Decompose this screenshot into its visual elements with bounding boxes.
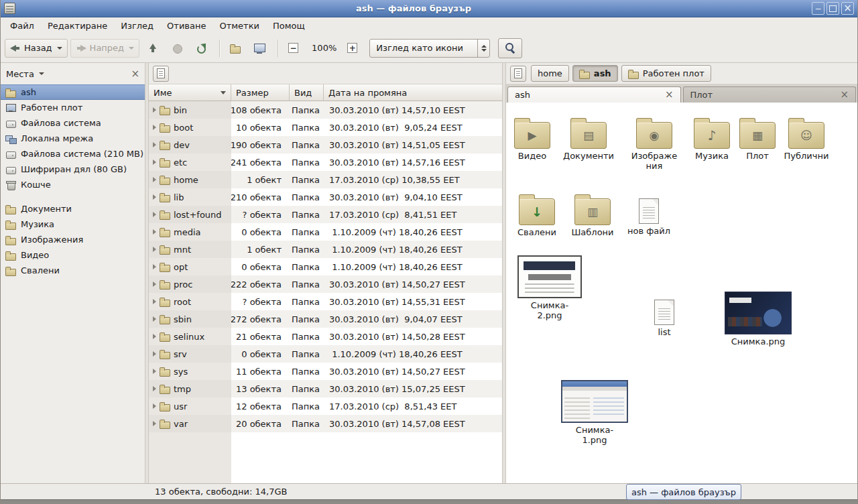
back-button[interactable]: Назад: [5, 39, 68, 58]
tab-close-icon[interactable]: [665, 90, 674, 100]
menu-item[interactable]: Отиване: [160, 19, 212, 33]
sidebar-selector-caret-icon[interactable]: [39, 72, 44, 75]
icon-item[interactable]: Шаблони: [567, 194, 618, 238]
menu-item[interactable]: Помощ: [266, 19, 312, 33]
maximize-icon[interactable]: [826, 2, 839, 15]
icon-item[interactable]: Снимка-2.png: [516, 255, 583, 321]
icon-item[interactable]: Изображения: [629, 117, 680, 172]
expander-icon[interactable]: [153, 281, 156, 287]
sidebar-item[interactable]: Видео: [1, 247, 145, 263]
tab-close-icon[interactable]: [840, 90, 849, 100]
table-row[interactable]: etc 241 обекта Папка 30.03.2010 (вт) 14,…: [149, 153, 502, 171]
table-row[interactable]: var 20 обекта Папка 30.03.2010 (вт) 14,5…: [149, 415, 502, 432]
expander-icon[interactable]: [153, 229, 156, 235]
sidebar-item[interactable]: Кошче: [1, 177, 145, 192]
zoom-in-button[interactable]: [342, 39, 363, 57]
sidebar-item[interactable]: Локална мрежа: [1, 131, 145, 146]
icon-item[interactable]: Снимка.png: [723, 292, 793, 347]
table-row[interactable]: sbin 272 обекта Папка 30.03.2010 (вт) 9,…: [149, 310, 502, 328]
combobox-arrows-icon[interactable]: [477, 40, 489, 57]
table-row[interactable]: opt 0 обекта Папка 1.10.2009 (чт) 18,40,…: [149, 258, 502, 275]
menu-item[interactable]: Файл: [3, 19, 41, 33]
icon-view[interactable]: Видео Документи: [506, 103, 857, 483]
table-row[interactable]: dev 190 обекта Папка 30.03.2010 (вт) 14,…: [149, 136, 502, 153]
search-button[interactable]: [498, 38, 522, 58]
sidebar-close-icon[interactable]: [131, 69, 139, 79]
expander-icon[interactable]: [153, 247, 156, 252]
taskbar-window-button[interactable]: ash — файлов браузър: [626, 484, 741, 500]
expander-icon[interactable]: [153, 194, 156, 200]
reload-button[interactable]: [190, 39, 212, 58]
column-header[interactable]: Име: [149, 84, 231, 101]
table-row[interactable]: bin 108 обекта Папка 30.03.2010 (вт) 14,…: [149, 101, 502, 119]
table-row[interactable]: home 1 обект Папка 17.03.2010 (ср) 10,38…: [149, 171, 502, 188]
location-toggle-button[interactable]: [510, 66, 526, 82]
icon-item[interactable]: Видео: [507, 117, 558, 162]
sidebar-item[interactable]: ash: [1, 84, 145, 100]
menu-item[interactable]: Изглед: [114, 19, 160, 33]
expander-icon[interactable]: [153, 421, 156, 426]
icon-item[interactable]: Свалени: [511, 194, 562, 238]
menu-item[interactable]: Отметки: [212, 19, 265, 33]
expander-icon[interactable]: [153, 264, 156, 269]
expander-icon[interactable]: [153, 403, 156, 409]
table-row[interactable]: srv 0 обекта Папка 1.10.2009 (чт) 18,40,…: [149, 345, 502, 363]
expander-icon[interactable]: [153, 369, 156, 374]
icon-item[interactable]: Публични: [781, 117, 832, 162]
table-row[interactable]: lost+found ? обекта Папка 17.03.2010 (ср…: [149, 206, 502, 223]
table-row[interactable]: proc 222 обекта Папка 30.03.2010 (вт) 14…: [149, 275, 502, 293]
tab[interactable]: Плот: [683, 86, 857, 103]
up-button[interactable]: [142, 39, 164, 58]
expander-icon[interactable]: [153, 177, 156, 182]
breadcrumb-button[interactable]: home: [531, 65, 569, 82]
expander-icon[interactable]: [153, 351, 156, 357]
expander-icon[interactable]: [153, 160, 156, 165]
table-row[interactable]: usr 12 обекта Папка 17.03.2010 (ср) 8,51…: [149, 397, 502, 415]
zoom-out-button[interactable]: [283, 39, 304, 57]
table-row[interactable]: lib 210 обекта Папка 30.03.2010 (вт) 9,0…: [149, 188, 502, 206]
table-row[interactable]: root ? обекта Папка 30.03.2010 (вт) 14,5…: [149, 293, 502, 310]
column-header[interactable]: Вид: [290, 84, 324, 101]
table-row[interactable]: boot 10 обекта Папка 30.03.2010 (вт) 9,0…: [149, 119, 502, 136]
icon-item[interactable]: нов файл: [623, 198, 674, 237]
breadcrumb-button[interactable]: ash: [572, 65, 618, 82]
expander-icon[interactable]: [153, 299, 156, 304]
icon-item[interactable]: Документи: [563, 117, 614, 162]
expander-icon[interactable]: [153, 316, 156, 322]
expander-icon[interactable]: [153, 142, 156, 147]
column-header[interactable]: Дата на промяна: [324, 84, 502, 101]
sidebar-item[interactable]: Файлова система: [1, 115, 145, 131]
expander-icon[interactable]: [153, 212, 156, 217]
icon-item[interactable]: Снимка-1.png: [561, 380, 628, 446]
expander-icon[interactable]: [153, 107, 156, 113]
sidebar-item[interactable]: Музика: [1, 216, 145, 232]
sidebar-item[interactable]: Документи: [1, 201, 145, 216]
expander-icon[interactable]: [153, 125, 156, 130]
sidebar-item[interactable]: Работен плот: [1, 100, 145, 115]
menu-item[interactable]: Редактиране: [41, 19, 114, 33]
table-row[interactable]: tmp 13 обекта Папка 30.03.2010 (вт) 15,0…: [149, 380, 502, 397]
sidebar-item[interactable]: Файлова система (210 MB): [1, 146, 145, 162]
table-row[interactable]: selinux 21 обекта Папка 30.03.2010 (вт) …: [149, 328, 502, 345]
home-button[interactable]: [225, 39, 246, 58]
table-row[interactable]: mnt 1 обект Папка 1.10.2009 (чт) 18,40,2…: [149, 241, 502, 258]
view-as-combobox[interactable]: Изглед като икони: [369, 39, 490, 58]
icon-item[interactable]: Музика: [686, 117, 737, 162]
tab[interactable]: ash: [507, 86, 681, 103]
icon-item[interactable]: Плот: [732, 117, 783, 162]
computer-button[interactable]: [249, 39, 270, 58]
table-row[interactable]: media 0 обекта Папка 1.10.2009 (чт) 18,4…: [149, 223, 502, 241]
sidebar-item[interactable]: Свалени: [1, 263, 145, 278]
breadcrumb-button[interactable]: Работен плот: [621, 65, 711, 82]
minimize-icon[interactable]: [812, 2, 824, 15]
back-history-caret-icon[interactable]: [57, 47, 62, 50]
close-icon[interactable]: [841, 2, 854, 15]
sidebar-item[interactable]: Шифриран дял (80 GB): [1, 162, 145, 177]
icon-item[interactable]: list: [639, 300, 690, 338]
titlebar[interactable]: ash — файлов браузър: [1, 0, 857, 17]
sidebar-item[interactable]: Изображения: [1, 232, 145, 247]
sidebar-title[interactable]: Места: [6, 69, 34, 79]
location-toggle-button[interactable]: [153, 66, 169, 82]
column-header[interactable]: Размер: [231, 84, 290, 101]
expander-icon[interactable]: [153, 334, 156, 339]
